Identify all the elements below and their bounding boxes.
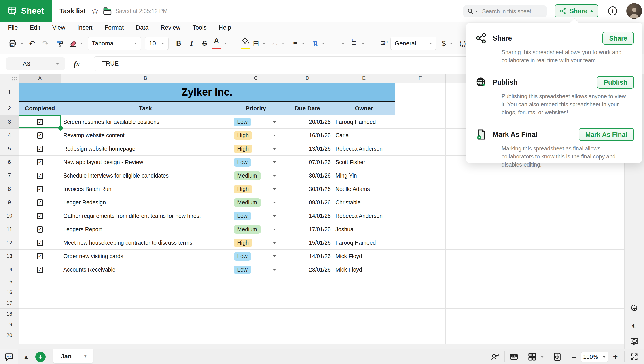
owner-cell[interactable]: Ming Yin [333,169,395,183]
due-date-cell[interactable]: 20/01/26 [282,115,333,129]
priority-caret[interactable] [273,121,276,123]
grid-cell[interactable] [446,309,496,319]
grid-cell[interactable] [446,287,496,298]
strikethrough-button[interactable]: S [200,33,210,54]
grid-cell[interactable] [598,263,624,276]
cell-reference-box[interactable]: A3 [6,57,65,70]
horizontal-align-caret[interactable] [300,33,306,54]
grid-cell[interactable]: ✓ [19,250,61,263]
row-header-5[interactable]: 5 [0,142,19,155]
task-cell[interactable]: Revamp website content. [61,129,230,142]
priority-badge[interactable]: High [234,239,252,247]
row-header-partial[interactable] [0,341,19,344]
task-cell[interactable]: Ledgers Report [61,223,230,236]
row-header-13[interactable]: 13 [0,250,19,263]
feedback-button[interactable] [630,337,639,347]
grid-cell[interactable] [282,341,333,344]
row-header-2[interactable]: 2 [0,102,19,115]
priority-badge[interactable]: Low [234,158,251,166]
grid-cell[interactable] [598,209,624,223]
header-cell-owner[interactable]: Owner [333,102,395,115]
grid-cell[interactable] [548,209,598,223]
grid-cell[interactable] [230,287,282,298]
borders-button[interactable]: ⊞ [250,33,262,54]
grid-cell[interactable] [395,129,446,142]
task-cell[interactable]: Order new visiting cards [61,250,230,263]
grid-cell[interactable]: ✓ [19,142,61,155]
priority-badge[interactable]: Low [234,252,251,261]
grid-cell[interactable] [598,319,624,330]
grid-cell[interactable] [230,309,282,319]
column-header-A[interactable]: A [19,74,61,83]
due-date-cell[interactable]: 07/01/26 [282,155,333,169]
format-painter-button[interactable] [54,33,66,54]
grid-cell[interactable] [333,276,395,287]
header-cell-priority[interactable]: Priority [230,102,282,115]
header-cell-due-date[interactable]: Due Date [282,102,333,115]
grid-cell[interactable] [548,250,598,263]
avatar[interactable] [626,3,642,19]
collaborators-button[interactable] [489,349,501,364]
grid-cell[interactable] [61,319,230,330]
task-cell[interactable]: Invoices Batch Run [61,183,230,196]
row-header-15[interactable]: 15 [0,276,19,287]
grid-cell[interactable] [548,276,598,287]
eraser-options-caret[interactable] [79,33,84,54]
grid-cell[interactable] [548,298,598,309]
row-header-7[interactable]: 7 [0,169,19,183]
grid-cell[interactable]: ✓ [19,196,61,209]
search-scope-caret[interactable] [476,11,478,12]
grid-cell[interactable] [598,223,624,236]
grid-cell[interactable] [548,236,598,250]
task-cell[interactable]: Schedule interviews for eligible candida… [61,169,230,183]
grid-cell[interactable] [548,319,598,330]
priority-dropdown-cell[interactable]: Low [230,155,282,169]
grid-cell[interactable] [548,341,598,344]
priority-badge[interactable]: High [234,185,252,194]
menu-data[interactable]: Data [136,24,148,31]
grid-cell[interactable]: ✓ [19,169,61,183]
due-date-cell[interactable]: 30/01/26 [282,183,333,196]
grid-cell[interactable] [496,276,548,287]
borders-caret[interactable] [261,33,266,54]
grid-cell[interactable] [496,209,548,223]
font-family-select[interactable]: Tahoma [88,37,141,50]
indent-caret[interactable] [340,33,346,54]
priority-badge[interactable]: Medium [234,225,261,234]
grid-cell[interactable] [230,341,282,344]
priority-caret[interactable] [273,161,276,163]
grid-cell[interactable] [61,287,230,298]
fullscreen-button[interactable] [628,349,641,364]
grid-cell[interactable]: ✓ [19,115,61,129]
checkbox-checked[interactable]: ✓ [37,159,43,165]
grid-cell[interactable] [446,298,496,309]
search-input[interactable]: Search in this sheet [463,5,546,17]
grid-cell[interactable] [333,330,395,341]
checkbox-checked[interactable]: ✓ [37,240,43,246]
menu-tools[interactable]: Tools [192,24,206,31]
grid-cell[interactable] [496,309,548,319]
grid-cell[interactable] [446,209,496,223]
fill-color-caret[interactable] [242,33,248,54]
grid-cell[interactable] [446,236,496,250]
grid-cell[interactable] [395,263,446,276]
share-button[interactable]: Share [555,5,598,18]
grid-cell[interactable] [19,309,61,319]
grid-cell[interactable] [61,309,230,319]
row-header-9[interactable]: 9 [0,196,19,209]
grid-cell[interactable] [598,236,624,250]
checkbox-checked[interactable]: ✓ [37,213,43,219]
grid-cell[interactable] [19,298,61,309]
grid-cell[interactable] [395,83,446,102]
task-cell[interactable]: Redesign website homepage [61,142,230,155]
row-header-14[interactable]: 14 [0,263,19,276]
grid-cell[interactable] [395,155,446,169]
owner-cell[interactable]: Scott Fisher [333,155,395,169]
due-date-cell[interactable]: 14/01/26 [282,250,333,263]
column-header-F[interactable]: F [395,74,446,83]
grid-cell[interactable] [598,287,624,298]
owner-cell[interactable]: Christable [333,196,395,209]
grid-cell[interactable] [395,236,446,250]
grid-cell[interactable] [395,287,446,298]
checkbox-checked[interactable]: ✓ [37,146,43,152]
